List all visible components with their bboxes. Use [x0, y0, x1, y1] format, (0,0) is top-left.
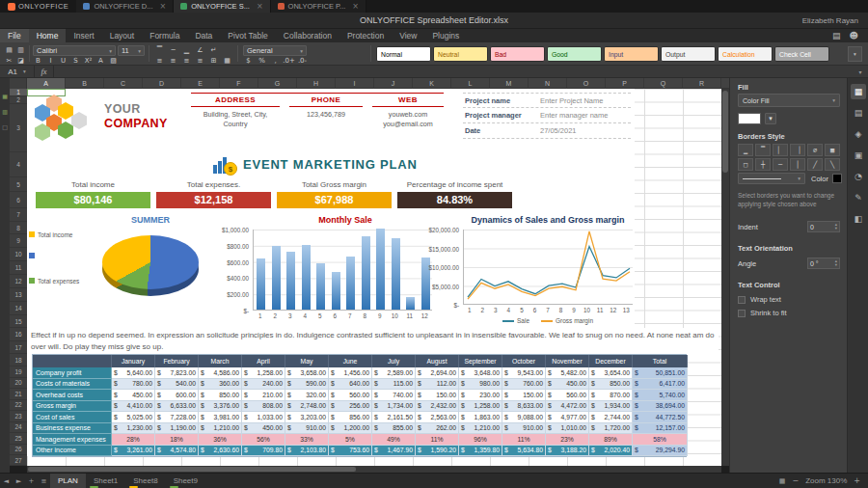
borders-icon[interactable]: ▦	[222, 56, 232, 66]
table-cell[interactable]: $3,654.00	[589, 367, 633, 379]
table-cell[interactable]: $1,720.00	[589, 423, 633, 435]
column-header-Q[interactable]: Q	[644, 78, 683, 89]
table-total-cell[interactable]: $6,417.00	[633, 379, 688, 391]
table-cell[interactable]: $1,258.00	[242, 367, 285, 379]
table-cell[interactable]: $6,633.00	[155, 401, 199, 413]
orientation-icon[interactable]: ∠	[195, 45, 205, 55]
border-right-icon[interactable]: ▕	[790, 144, 805, 156]
table-header-cell[interactable]: April	[242, 355, 285, 367]
column-header-F[interactable]: F	[220, 78, 258, 89]
table-cell[interactable]: $1,734.00	[372, 401, 416, 413]
font-size-select[interactable]: 11▾	[118, 45, 145, 56]
bold-icon[interactable]: B	[33, 56, 43, 66]
row-header-11[interactable]: 11	[10, 261, 27, 275]
column-header-D[interactable]: D	[143, 78, 181, 89]
cell-style-output[interactable]: Output	[661, 46, 716, 62]
table-cell[interactable]: 33%	[285, 434, 329, 446]
column-header-B[interactable]: B	[66, 78, 104, 89]
table-settings-icon[interactable]: ▤	[851, 105, 866, 121]
table-header-cell[interactable]: June	[329, 355, 372, 367]
row-header-17[interactable]: 17	[10, 341, 27, 354]
strikethrough-icon[interactable]: S	[70, 56, 81, 66]
table-total-cell[interactable]: $5,740.00	[633, 390, 688, 401]
table-cell[interactable]: $4,410.00	[112, 401, 155, 413]
column-header-E[interactable]: E	[181, 78, 220, 89]
kpi-value-banner[interactable]: 84.83%	[397, 192, 512, 208]
spinner-arrows-icon[interactable]: ▴▾	[835, 223, 837, 230]
table-total-cell[interactable]: $50,851.00	[633, 367, 688, 379]
border-all-icon[interactable]: ▦	[825, 144, 840, 156]
column-header-R[interactable]: R	[683, 78, 721, 89]
italic-icon[interactable]: I	[45, 56, 56, 66]
kpi-value-banner[interactable]: $12,158	[156, 192, 271, 208]
collapse-formula-bar-icon[interactable]: ▾	[853, 66, 868, 77]
name-box[interactable]: A1 ▾	[0, 66, 35, 77]
project-row-value[interactable]: Enter Project Name	[540, 96, 603, 105]
close-icon[interactable]: ×	[160, 2, 167, 11]
table-cell[interactable]: $1,863.00	[459, 412, 502, 423]
table-cell[interactable]: $1,456.00	[329, 367, 372, 379]
table-cell[interactable]: $1,467.90	[372, 446, 416, 457]
table-cell[interactable]: 49%	[372, 434, 416, 446]
align-left-icon[interactable]: ≡	[154, 56, 165, 66]
column-header-O[interactable]: O	[567, 78, 606, 89]
table-cell[interactable]: $7,228.00	[155, 412, 199, 423]
row-header-22[interactable]: 22	[10, 400, 27, 412]
align-middle-icon[interactable]: ─	[168, 45, 178, 55]
table-cell[interactable]: $2,432.00	[416, 401, 459, 413]
sheet-tab-sheet8[interactable]: Sheet8	[125, 474, 165, 488]
table-cell[interactable]: $600.00	[155, 390, 199, 401]
table-cell[interactable]: $2,589.00	[372, 367, 416, 379]
table-cell[interactable]: $856.00	[329, 412, 372, 423]
border-width-select[interactable]: ▾	[738, 173, 805, 184]
table-cell[interactable]: $240.00	[242, 379, 285, 391]
table-cell[interactable]: $2,694.00	[416, 367, 459, 379]
increase-decimal-icon[interactable]: .0+	[284, 56, 294, 66]
row-header-6[interactable]: 6	[10, 192, 27, 208]
zoom-in-icon[interactable]: +	[854, 476, 860, 485]
table-cell[interactable]: $8,633.00	[502, 401, 546, 413]
vertical-scrollbar[interactable]	[721, 89, 729, 466]
row-header-4[interactable]: 4	[10, 152, 27, 177]
paste-icon[interactable]: ▤	[4, 45, 14, 55]
table-cell[interactable]: $360.00	[199, 379, 242, 391]
table-total-cell[interactable]: $29,294.90	[633, 446, 688, 457]
ribbon-tab-protection[interactable]: Protection	[339, 29, 392, 42]
table-cell[interactable]: 18%	[155, 434, 199, 446]
table-header-cell[interactable]	[33, 355, 112, 367]
superscript-icon[interactable]: X²	[83, 56, 94, 66]
sheet-tab-sheet9[interactable]: Sheet9	[166, 474, 205, 488]
table-cell[interactable]: $870.00	[589, 390, 633, 401]
column-header-A[interactable]: A	[27, 78, 66, 89]
column-header-P[interactable]: P	[606, 78, 644, 89]
table-header-cell[interactable]: December	[589, 355, 633, 367]
table-cell[interactable]: $2,020.40	[589, 446, 633, 457]
table-cell[interactable]: 5%	[329, 434, 372, 446]
table-cell[interactable]: $560.00	[329, 390, 372, 401]
fill-color-dropdown[interactable]: ▾	[765, 113, 776, 124]
cell-style-bad[interactable]: Bad	[490, 46, 545, 62]
font-color-icon[interactable]: A	[95, 56, 106, 66]
column-header-C[interactable]: C	[104, 78, 143, 89]
table-header-cell[interactable]: Total	[633, 355, 688, 367]
fill-color-swatch[interactable]	[738, 113, 761, 124]
column-header-K[interactable]: K	[413, 78, 451, 89]
column-header-M[interactable]: M	[490, 78, 529, 89]
table-cell[interactable]: $450.00	[546, 379, 589, 391]
table-cell[interactable]: $1,934.00	[589, 401, 633, 413]
pie-chart[interactable]	[102, 235, 199, 289]
row-header-2[interactable]: 2	[10, 96, 27, 104]
table-cell[interactable]: $3,261.00	[112, 446, 155, 457]
signature-settings-icon[interactable]: ◧	[851, 211, 866, 227]
row-header-21[interactable]: 21	[10, 389, 27, 400]
sheet-tab-sheet1[interactable]: Sheet1	[86, 474, 125, 488]
table-cell[interactable]: $1,230.00	[112, 423, 155, 435]
style-gallery-expand-button[interactable]: ▾	[848, 46, 862, 62]
row-header-16[interactable]: 16	[10, 328, 27, 341]
table-cell[interactable]: $3,658.00	[285, 367, 329, 379]
row-header-3[interactable]: 3	[10, 104, 27, 152]
row-label-cell[interactable]: Management expenses	[33, 434, 112, 446]
wrap-text-checkbox[interactable]	[738, 296, 746, 304]
sheet-view-icon[interactable]: ▦	[779, 477, 786, 485]
fill-type-select[interactable]: Color Fill▾	[738, 94, 840, 107]
